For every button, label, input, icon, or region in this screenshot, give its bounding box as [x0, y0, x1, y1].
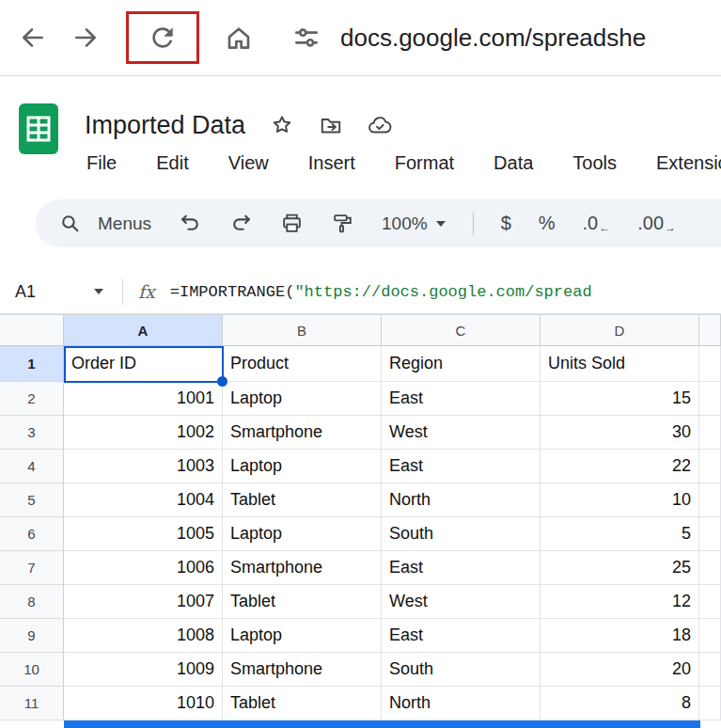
- row-header-5[interactable]: 5: [0, 483, 64, 517]
- cell-D10[interactable]: 20: [541, 653, 699, 687]
- fill-handle[interactable]: [217, 376, 227, 387]
- paint-format-icon[interactable]: [331, 212, 354, 235]
- row-header-10[interactable]: 10: [0, 653, 64, 687]
- row-header-4[interactable]: 4: [0, 450, 64, 483]
- home-icon[interactable]: [224, 23, 254, 53]
- cell-E1[interactable]: [699, 346, 721, 382]
- cell-B10[interactable]: Smartphone: [223, 653, 382, 687]
- sheets-logo[interactable]: [17, 102, 60, 156]
- cell-A3[interactable]: 1002: [64, 416, 223, 450]
- cell-B8[interactable]: Tablet: [223, 585, 382, 619]
- name-box[interactable]: A1: [0, 282, 115, 302]
- menu-tools[interactable]: Tools: [572, 152, 617, 174]
- address-bar[interactable]: docs.google.com/spreadshe: [291, 23, 721, 53]
- cell-B5[interactable]: Tablet: [223, 483, 382, 517]
- formula-input[interactable]: =IMPORTRANGE("https://docs.google.com/sp…: [170, 283, 721, 301]
- cell-B9[interactable]: Laptop: [223, 619, 382, 653]
- cell-A2[interactable]: 1001: [64, 382, 223, 416]
- menu-format[interactable]: Format: [395, 152, 454, 174]
- cell-C7[interactable]: East: [382, 551, 541, 585]
- back-icon[interactable]: [17, 23, 47, 53]
- cell-D1[interactable]: Units Sold: [541, 346, 699, 382]
- cell-D7[interactable]: 25: [541, 551, 699, 585]
- menu-data[interactable]: Data: [494, 152, 533, 174]
- site-settings-icon[interactable]: [291, 23, 321, 53]
- cell-A5[interactable]: 1004: [64, 483, 223, 517]
- decrease-decimal-button[interactable]: .0 ←: [583, 213, 611, 234]
- row-header-11[interactable]: 11: [0, 687, 64, 720]
- cell-A8[interactable]: 1007: [64, 585, 223, 619]
- menu-edit[interactable]: Edit: [156, 152, 188, 174]
- cell-E5[interactable]: [699, 483, 721, 517]
- cell-C9[interactable]: East: [382, 619, 541, 653]
- cell-C10[interactable]: South: [382, 653, 541, 687]
- cloud-status-icon[interactable]: [368, 113, 392, 137]
- cell-D8[interactable]: 12: [541, 585, 699, 619]
- cell-B4[interactable]: Laptop: [223, 450, 382, 483]
- row-header-3[interactable]: 3: [0, 416, 64, 450]
- cell-E3[interactable]: [699, 416, 721, 450]
- cell-D4[interactable]: 22: [541, 450, 699, 483]
- cell-C8[interactable]: West: [382, 585, 541, 619]
- currency-format-button[interactable]: $: [501, 213, 511, 234]
- cell-B7[interactable]: Smartphone: [223, 551, 382, 585]
- menu-extensions[interactable]: Extensions: [656, 152, 721, 174]
- cell-B3[interactable]: Smartphone: [223, 416, 382, 450]
- search-icon[interactable]: [58, 212, 82, 235]
- menu-insert[interactable]: Insert: [308, 152, 355, 174]
- row-header-6[interactable]: 6: [0, 517, 64, 551]
- zoom-dropdown[interactable]: 100%: [382, 214, 446, 234]
- cell-E2[interactable]: [699, 382, 721, 416]
- cell-A11[interactable]: 1010: [64, 687, 223, 720]
- cell-E11[interactable]: [699, 687, 721, 720]
- cell-E6[interactable]: [699, 517, 721, 551]
- cell-D2[interactable]: 15: [541, 382, 699, 416]
- undo-icon[interactable]: [179, 212, 202, 235]
- cell-A10[interactable]: 1009: [64, 653, 223, 687]
- print-icon[interactable]: [280, 212, 304, 235]
- cell-B6[interactable]: Laptop: [223, 517, 382, 551]
- cell-E9[interactable]: [699, 619, 721, 653]
- cell-C4[interactable]: East: [382, 450, 541, 483]
- url-text[interactable]: docs.google.com/spreadshe: [340, 24, 646, 53]
- cell-D3[interactable]: 30: [541, 416, 699, 450]
- forward-icon[interactable]: [71, 23, 102, 53]
- cell-A6[interactable]: 1005: [64, 517, 223, 551]
- select-all-corner[interactable]: [0, 315, 64, 346]
- column-header-e[interactable]: [699, 315, 721, 346]
- cell-A9[interactable]: 1008: [64, 619, 223, 653]
- row-header-8[interactable]: 8: [0, 585, 64, 619]
- row-header-2[interactable]: 2: [0, 382, 64, 416]
- cell-B1[interactable]: Product: [223, 346, 382, 382]
- star-icon[interactable]: [270, 113, 294, 137]
- cell-D11[interactable]: 8: [541, 687, 699, 720]
- cell-E10[interactable]: [699, 653, 721, 687]
- cell-E7[interactable]: [699, 551, 721, 585]
- cell-B2[interactable]: Laptop: [223, 382, 382, 416]
- cell-C5[interactable]: North: [382, 483, 541, 517]
- cell-C6[interactable]: South: [382, 517, 541, 551]
- cell-C3[interactable]: West: [382, 416, 541, 450]
- cell-E8[interactable]: [699, 585, 721, 619]
- menu-file[interactable]: File: [86, 152, 117, 174]
- menu-view[interactable]: View: [228, 152, 269, 174]
- cell-E4[interactable]: [699, 450, 721, 483]
- row-header-7[interactable]: 7: [0, 551, 64, 585]
- cell-D5[interactable]: 10: [541, 483, 699, 517]
- row-header-1[interactable]: 1: [0, 346, 64, 382]
- cell-C11[interactable]: North: [382, 687, 541, 720]
- row-header-9[interactable]: 9: [0, 619, 64, 653]
- redo-icon[interactable]: [229, 212, 253, 235]
- cell-D6[interactable]: 5: [541, 517, 699, 551]
- cell-D9[interactable]: 18: [541, 619, 699, 653]
- cell-A4[interactable]: 1003: [64, 450, 223, 483]
- move-folder-icon[interactable]: [319, 113, 343, 137]
- column-header-A[interactable]: A: [64, 315, 223, 346]
- percent-format-button[interactable]: %: [539, 213, 556, 234]
- cell-C1[interactable]: Region: [382, 346, 541, 382]
- increase-decimal-button[interactable]: .00 →: [637, 213, 676, 234]
- column-header-B[interactable]: B: [223, 315, 382, 346]
- menus-search-label[interactable]: Menus: [98, 214, 151, 234]
- column-header-D[interactable]: D: [541, 315, 699, 346]
- cell-C2[interactable]: East: [382, 382, 541, 416]
